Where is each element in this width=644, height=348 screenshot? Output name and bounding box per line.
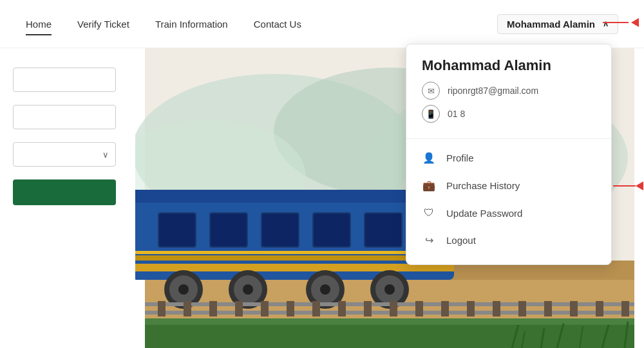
svg-rect-50 <box>415 301 423 316</box>
profile-label: Profile <box>446 152 474 163</box>
svg-point-31 <box>243 284 253 295</box>
svg-rect-57 <box>596 301 603 316</box>
chevron-down-icon: ∨ <box>102 150 109 160</box>
phone-icon: 📱 <box>422 105 440 123</box>
navbar: Home Verify Ticket Train Information Con… <box>0 0 644 48</box>
svg-rect-16 <box>211 214 247 246</box>
username-label: Mohammad Alamin <box>507 19 595 30</box>
svg-point-37 <box>384 284 395 295</box>
dropdown-username: Mohammad Alamin <box>422 57 596 74</box>
dropdown-email-row: ✉ riponrgt87@gmail.com <box>422 82 596 100</box>
svg-rect-20 <box>314 214 350 246</box>
select-dropdown[interactable]: ∨ <box>13 142 116 167</box>
dropdown-email: riponrgt87@gmail.com <box>448 86 538 96</box>
dropdown-purchase-history[interactable]: 💼 Purchase History <box>406 172 611 199</box>
svg-rect-51 <box>441 301 449 316</box>
svg-rect-43 <box>235 301 243 316</box>
profile-icon: 👤 <box>422 152 436 164</box>
user-dropdown: Mohammad Alamin ✉ riponrgt87@gmail.com 📱… <box>406 44 612 265</box>
dropdown-menu: 👤 Profile 💼 Purchase History 🛡 Update Pa… <box>406 139 611 259</box>
search-input-1[interactable] <box>13 68 116 92</box>
dropdown-phone-row: 📱 01 8 <box>422 105 596 123</box>
svg-rect-42 <box>209 301 217 316</box>
nav-home[interactable]: Home <box>26 15 52 33</box>
annotation-arrow-purchase <box>613 181 643 190</box>
svg-rect-48 <box>364 301 372 316</box>
svg-rect-45 <box>287 301 294 316</box>
svg-rect-46 <box>312 301 320 316</box>
dropdown-phone: 01 8 <box>448 109 465 119</box>
user-menu-button[interactable]: Mohammad Alamin ∧ <box>497 14 618 34</box>
svg-rect-54 <box>518 301 526 316</box>
search-input-2[interactable] <box>13 105 116 129</box>
nav-verify-ticket[interactable]: Verify Ticket <box>77 15 129 33</box>
dropdown-logout[interactable]: ↪ Logout <box>406 226 611 254</box>
svg-rect-18 <box>262 214 298 246</box>
svg-rect-52 <box>467 301 475 316</box>
email-icon: ✉ <box>422 82 440 100</box>
dropdown-profile[interactable]: 👤 Profile <box>406 144 611 172</box>
nav-train-info[interactable]: Train Information <box>155 15 228 33</box>
briefcase-icon: 💼 <box>422 179 436 192</box>
svg-rect-49 <box>390 301 397 316</box>
dropdown-header: Mohammad Alamin ✉ riponrgt87@gmail.com 📱… <box>406 44 611 139</box>
svg-rect-53 <box>493 301 500 316</box>
left-sidebar: ∨ <box>0 48 135 348</box>
svg-rect-56 <box>570 301 578 316</box>
logout-label: Logout <box>446 235 476 246</box>
annotation-arrow-top <box>603 18 639 27</box>
logout-icon: ↪ <box>422 234 436 246</box>
svg-rect-41 <box>184 301 191 316</box>
nav-links: Home Verify Ticket Train Information Con… <box>26 15 497 33</box>
update-password-label: Update Password <box>446 208 522 219</box>
svg-rect-55 <box>544 301 552 316</box>
nav-contact-us[interactable]: Contact Us <box>254 15 301 33</box>
svg-point-28 <box>178 284 189 295</box>
shield-icon: 🛡 <box>422 207 436 219</box>
svg-rect-14 <box>159 214 195 246</box>
svg-rect-47 <box>338 301 346 316</box>
dropdown-update-password[interactable]: 🛡 Update Password <box>406 199 611 226</box>
svg-point-34 <box>320 284 330 295</box>
svg-rect-40 <box>158 301 166 316</box>
purchase-history-label: Purchase History <box>446 180 520 191</box>
svg-rect-44 <box>261 301 269 316</box>
search-button[interactable] <box>13 179 116 205</box>
svg-rect-58 <box>621 301 629 316</box>
svg-rect-22 <box>365 214 401 246</box>
